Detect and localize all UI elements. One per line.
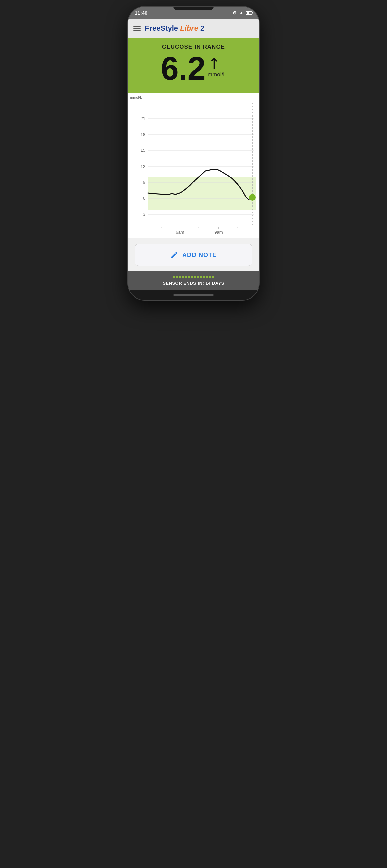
home-bar [173,294,214,296]
wifi-icon: ▲ [239,10,243,16]
chart-svg-wrapper: 21 18 15 12 9 6 3 6am [128,96,259,239]
app-logo: FreeStyle Libre 2 [145,24,204,33]
chart-svg: 21 18 15 12 9 6 3 6am [128,96,259,237]
add-note-button[interactable]: ADD NOTE [135,244,252,266]
chart-y-axis-label: mmol/L [130,95,142,99]
y-label-18: 18 [141,132,145,137]
sensor-dot [197,276,199,278]
status-time: 11:40 [135,10,147,16]
logo-freestyle: FreeStyle [145,24,178,33]
home-indicator [128,290,259,300]
sensor-dot [209,276,211,278]
add-note-label: ADD NOTE [182,251,217,258]
glucose-chart: mmol/L [128,93,259,239]
y-label-6: 6 [143,196,145,201]
battery-icon [245,11,252,15]
x-label-6am: 6am [176,230,184,235]
status-icons: ⊖ ▲ [233,10,252,16]
current-value-dot-inner [250,195,254,199]
sensor-dot [185,276,187,278]
sensor-dot [212,276,214,278]
sensor-dot [203,276,205,278]
phone-notch [173,7,214,10]
sensor-dot [188,276,190,278]
sensor-dot [173,276,175,278]
app-header: FreeStyle Libre 2 [128,19,259,38]
sensor-dot [191,276,193,278]
range-band [148,177,256,210]
sensor-bar-dots [133,276,254,278]
y-label-12: 12 [141,164,145,169]
y-label-21: 21 [141,116,145,121]
sensor-dot [200,276,202,278]
logo-libre: Libre [180,24,198,33]
y-label-15: 15 [141,148,145,153]
glucose-unit: mmol/L [208,71,227,78]
glucose-trend-unit: ↗ mmol/L [208,52,227,78]
sensor-dot [176,276,178,278]
sensor-dot [194,276,196,278]
phone-frame: 11:40 ⊖ ▲ FreeStyle Libre 2 [128,7,259,300]
glucose-label: GLUCOSE IN RANGE [133,44,254,50]
sensor-bar: SENSOR ENDS IN: 14 DAYS [128,271,259,290]
bottom-section: ADD NOTE [128,239,259,271]
glucose-header: GLUCOSE IN RANGE 6.2 ↗ mmol/L [128,38,259,93]
glucose-trend-arrow: ↗ [204,53,224,72]
x-label-9am: 9am [214,230,223,235]
y-label-9: 9 [143,180,145,185]
sensor-dot [179,276,181,278]
sensor-dot [182,276,184,278]
logo-2: 2 [200,24,204,33]
glucose-value: 6.2 [160,52,205,85]
glucose-value-row: 6.2 ↗ mmol/L [133,52,254,85]
hamburger-menu-button[interactable] [133,26,141,31]
y-label-3: 3 [143,212,145,217]
sensor-dot [206,276,208,278]
dnd-icon: ⊖ [233,10,237,16]
sensor-text: SENSOR ENDS IN: 14 DAYS [133,281,254,286]
pencil-icon [170,251,178,259]
